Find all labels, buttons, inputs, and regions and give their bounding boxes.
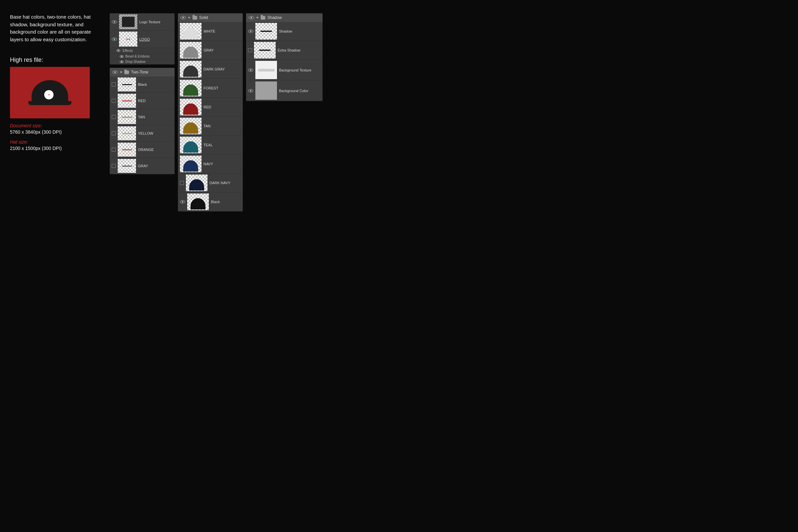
- layer-row[interactable]: TAN: [110, 109, 174, 125]
- layer-row[interactable]: Background Color: [246, 80, 323, 101]
- bg-color-thumb: [255, 81, 277, 100]
- effect-row: Bevel & Emboss: [110, 54, 174, 59]
- main-container: Base hat colors, two-tone colors, hat sh…: [0, 0, 454, 225]
- chevron-icon[interactable]: [188, 17, 191, 19]
- checkbox[interactable]: [180, 181, 184, 185]
- layer-row[interactable]: Extra Shadow: [246, 41, 323, 60]
- layer-name: GRAY: [138, 164, 148, 168]
- folder-icon: [192, 16, 197, 20]
- layer-row[interactable]: TEAL: [178, 136, 243, 155]
- layer-name: Background Texture: [279, 68, 311, 72]
- checkbox[interactable]: [112, 99, 116, 103]
- logo-panel: Logo Texture LOGO Effects: [110, 13, 174, 64]
- doc-size-label: Document size:: [10, 123, 103, 128]
- checkbox[interactable]: [112, 131, 116, 135]
- two-tone-thumb: [118, 142, 136, 157]
- layer-name: TAN: [204, 124, 210, 128]
- hat-brim: [28, 101, 72, 105]
- solid-thumb: [180, 42, 202, 58]
- two-tone-thumb: [118, 94, 136, 108]
- eye-icon[interactable]: [112, 38, 117, 41]
- chevron-icon[interactable]: [120, 72, 122, 73]
- layer-row[interactable]: Background Texture: [246, 60, 323, 80]
- eye-icon[interactable]: [249, 16, 254, 19]
- eye-icon[interactable]: [180, 200, 185, 204]
- eye-icon[interactable]: [248, 89, 253, 92]
- layer-row[interactable]: DARK GRAY: [178, 60, 243, 79]
- folder-icon: [125, 71, 129, 74]
- description-text: Base hat colors, two-tone colors, hat sh…: [10, 13, 103, 43]
- panel-title: Shadow: [267, 15, 282, 20]
- checkbox[interactable]: [112, 115, 116, 119]
- layer-row[interactable]: Logo Texture: [110, 13, 174, 31]
- two-tone-thumb: [118, 126, 136, 140]
- eye-icon[interactable]: [112, 20, 117, 24]
- layer-row[interactable]: LOGO: [110, 31, 174, 48]
- doc-size-value: 5760 x 3840px (300 DPI): [10, 129, 103, 135]
- shadow-panel: Shadow Shadow Extra Shadow: [246, 13, 323, 101]
- checkbox[interactable]: [248, 48, 252, 52]
- checkbox[interactable]: [112, 164, 116, 168]
- layer-row[interactable]: YELLOW: [110, 125, 174, 141]
- layer-name: YELLOW: [138, 131, 153, 135]
- bg-texture-thumb: [255, 61, 277, 79]
- layer-row[interactable]: WHITE: [178, 22, 243, 41]
- preview-image: ⚜: [10, 67, 90, 118]
- layer-name: TEAL: [204, 143, 213, 147]
- checkbox[interactable]: [112, 148, 116, 152]
- layer-name: WHITE: [204, 29, 215, 33]
- effect-row: Drop Shadow: [110, 59, 174, 64]
- hat-size-label: Hat size:: [10, 139, 103, 145]
- layer-row[interactable]: DARK NAVY: [178, 174, 243, 192]
- shadow-thumb: [254, 42, 276, 58]
- logo-thumb: [119, 32, 137, 46]
- shadow-thumb: [255, 23, 277, 40]
- hat-logo: ⚜: [44, 90, 54, 99]
- bevel-label: Bevel & Emboss: [125, 55, 150, 58]
- two-tone-thumb: [118, 77, 136, 92]
- layer-name: LOGO: [139, 37, 150, 41]
- eye-icon[interactable]: [248, 30, 253, 33]
- layer-row[interactable]: RED: [110, 93, 174, 109]
- ps-panels: Logo Texture LOGO Effects: [110, 13, 444, 211]
- solid-thumb: [186, 174, 208, 191]
- eye-icon: [120, 55, 124, 58]
- layer-name: Black: [138, 82, 147, 87]
- effects-label: Effects: [123, 49, 133, 53]
- solid-thumb: [180, 156, 202, 172]
- solid-panel: Solid WHITE GRAY DARK GRAY: [178, 13, 243, 211]
- eye-icon[interactable]: [112, 71, 118, 74]
- checkbox[interactable]: [112, 82, 116, 87]
- layer-row[interactable]: ORANGE: [110, 141, 174, 158]
- layer-row[interactable]: Shadow: [246, 22, 323, 41]
- hat-size-value: 2100 x 1500px (300 DPI): [10, 146, 103, 151]
- layer-name: FOREST: [204, 86, 218, 90]
- layer-name: Shadow: [279, 29, 292, 33]
- layer-row[interactable]: TAN: [178, 117, 243, 136]
- two-tone-thumb: [118, 159, 136, 173]
- layer-row[interactable]: RED: [178, 98, 243, 117]
- eye-icon: [116, 49, 120, 52]
- panel-title: Two-Tone: [131, 70, 148, 75]
- layer-row[interactable]: NAVY: [178, 155, 243, 174]
- layer-name: DARK NAVY: [209, 181, 230, 185]
- layer-row[interactable]: GRAY: [110, 158, 174, 174]
- layer-name: RED: [204, 105, 211, 109]
- effects-row: Effects: [110, 48, 174, 54]
- eye-icon: [120, 60, 124, 63]
- solid-thumb: [180, 80, 202, 96]
- layer-row[interactable]: Black: [178, 192, 243, 211]
- layer-name: Background Color: [279, 89, 308, 93]
- eye-icon[interactable]: [248, 69, 253, 72]
- layer-row[interactable]: GRAY: [178, 41, 243, 60]
- chevron-icon[interactable]: [256, 17, 259, 19]
- high-res-label: High res file:: [10, 57, 103, 63]
- solid-thumb: [180, 137, 202, 153]
- solid-thumb: [180, 118, 202, 134]
- eye-icon[interactable]: [180, 16, 186, 19]
- layer-name: GRAY: [204, 48, 213, 52]
- folder-icon: [261, 16, 265, 20]
- layer-row[interactable]: Black: [110, 76, 174, 93]
- panel-header: Shadow: [246, 13, 323, 22]
- layer-row[interactable]: FOREST: [178, 79, 243, 98]
